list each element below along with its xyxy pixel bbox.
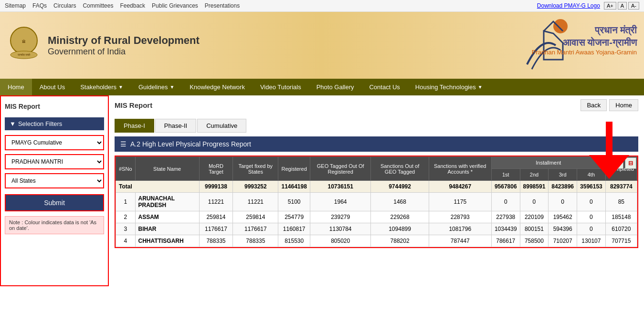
- row-4th: 0: [577, 223, 606, 235]
- font-normal-button[interactable]: A: [618, 2, 627, 10]
- state-filter-section: All States Arunachal Pradesh Assam Bihar…: [5, 173, 104, 188]
- home-button[interactable]: Home: [609, 99, 638, 111]
- col-2nd: 2nd: [520, 169, 549, 181]
- row-state: ARUNACHAL PRADESH: [135, 193, 199, 211]
- nav-home[interactable]: Home: [0, 79, 32, 95]
- row-geo: 1964: [310, 193, 371, 211]
- content-title: MIS Report: [115, 101, 152, 109]
- export-pdf-button[interactable]: ⊟: [625, 157, 636, 169]
- row-sno: 2: [116, 211, 136, 223]
- row-sanctions-geo: 1468: [371, 193, 429, 211]
- row-4th: 0: [577, 193, 606, 211]
- circulars-link[interactable]: Circulars: [53, 2, 76, 9]
- presentations-link[interactable]: Presentations: [205, 2, 240, 9]
- row-geo: 805020: [310, 235, 371, 247]
- committees-link[interactable]: Committees: [83, 2, 113, 9]
- col-state-name: State Name: [135, 157, 199, 181]
- row-completed: 85: [605, 193, 637, 211]
- nav-knowledge-network[interactable]: Knowledge Network: [182, 79, 253, 95]
- row-1st: 227938: [491, 211, 520, 223]
- row-sanctions-geo: 788202: [371, 235, 429, 247]
- data-table-container: ⊞ ⊟ #SNo State Name MoRD Target Target f…: [115, 156, 638, 248]
- tab-cumulative[interactable]: Cumulative: [197, 119, 246, 133]
- pdf-icon: ⊟: [628, 160, 633, 166]
- table-row: 3 BIHAR 1176617 1176617 1160817 1130784 …: [116, 223, 637, 235]
- state-select[interactable]: All States Arunachal Pradesh Assam Bihar…: [5, 173, 104, 188]
- table-row: 2 ASSAM 259814 259814 254779 239279 2292…: [116, 211, 637, 223]
- total-sanctions-geo: 9744992: [371, 181, 429, 193]
- housing-tech-arrow-icon: ▼: [478, 84, 483, 90]
- tab-phase-1[interactable]: Phase-I: [115, 119, 154, 133]
- scheme-select[interactable]: PMAYG Cumulative PMAYG Phase-I PMAYG Pha…: [5, 135, 104, 150]
- back-button[interactable]: Back: [581, 99, 607, 111]
- nav-stakeholders[interactable]: Stakeholders ▼: [73, 79, 131, 95]
- row-target: 11221: [233, 193, 278, 211]
- download-logo-link[interactable]: Download PMAY-G Logo: [537, 2, 600, 9]
- nav-about-us[interactable]: About Us: [32, 79, 73, 95]
- sitemap-link[interactable]: Sitemap: [5, 2, 26, 9]
- public-grievances-link[interactable]: Public Grievances: [152, 2, 198, 9]
- row-target: 788335: [233, 235, 278, 247]
- faqs-link[interactable]: FAQs: [32, 2, 47, 9]
- guidelines-arrow-icon: ▼: [169, 84, 174, 90]
- font-decrease-button[interactable]: A-: [628, 2, 639, 10]
- main-nav: Home About Us Stakeholders ▼ Guidelines …: [0, 79, 644, 95]
- pmay-english-text: Pradhan Mantri Awaas Yojana-Gramin: [532, 49, 637, 56]
- row-2nd: 0: [520, 193, 549, 211]
- col-sanctions-geo: Sanctions Out of GEO Tagged: [371, 157, 429, 181]
- row-completed: 610720: [605, 223, 637, 235]
- row-sno: 3: [116, 223, 136, 235]
- nav-video-tutorials[interactable]: Video Tutorials: [253, 79, 309, 95]
- row-sanctions-verified: 228793: [429, 211, 491, 223]
- nav-housing-technologies[interactable]: Housing Technologies ▼: [408, 79, 490, 95]
- row-completed: 707715: [605, 235, 637, 247]
- row-2nd: 220109: [520, 211, 549, 223]
- row-4th: 130107: [577, 235, 606, 247]
- filter-label: Selection Filters: [18, 120, 62, 127]
- row-registered: 815530: [278, 235, 310, 247]
- filter-icon: ▼: [10, 120, 16, 127]
- row-1st: 0: [491, 193, 520, 211]
- svg-text:🏛: 🏛: [22, 39, 26, 44]
- total-sanctions-verified: 9484267: [429, 181, 491, 193]
- row-2nd: 758500: [520, 235, 549, 247]
- report-select[interactable]: PRADHAN MANTRI Other Report: [5, 154, 104, 169]
- pmay-logo-area: प्रधान मंत्री आवास योजना-ग्रामीण Pradhan…: [503, 17, 637, 74]
- report-header: ☰ A.2 High Level Physical Progress Repor…: [115, 136, 638, 152]
- table-row: 1 ARUNACHAL PRADESH 11221 11221 5100 196…: [116, 193, 637, 211]
- row-state: BIHAR: [135, 223, 199, 235]
- row-sno: 4: [116, 235, 136, 247]
- nav-contact-us[interactable]: Contact Us: [361, 79, 407, 95]
- note-box: Note : Colour indicates data is not 'As …: [5, 216, 104, 234]
- font-increase-button[interactable]: A+: [604, 2, 616, 10]
- row-completed: 185148: [605, 211, 637, 223]
- tab-phase-2[interactable]: Phase-II: [155, 119, 196, 133]
- main-layout: MIS Report ▼ Selection Filters PMAYG Cum…: [0, 95, 644, 286]
- excel-icon: ⊞: [615, 160, 620, 166]
- col-sno: #SNo: [116, 157, 136, 181]
- col-4th: 4th: [577, 169, 606, 181]
- row-1st: 786617: [491, 235, 520, 247]
- export-excel-button[interactable]: ⊞: [612, 157, 623, 169]
- content-area: MIS Report Back Home Phase-I Phase-II Cu…: [109, 95, 644, 286]
- row-registered: 254779: [278, 211, 310, 223]
- col-sanctions-verified: Sanctions with verified Accounts *: [429, 157, 491, 181]
- feedback-link[interactable]: Feedback: [120, 2, 145, 9]
- nav-guidelines[interactable]: Guidelines ▼: [131, 79, 182, 95]
- pmay-scheme-text: प्रधान मंत्री आवास योजना-ग्रामीण Pradhan…: [532, 24, 637, 56]
- stakeholders-arrow-icon: ▼: [118, 84, 123, 90]
- nav-photo-gallery[interactable]: Photo Gallery: [309, 79, 362, 95]
- table-export-icons: ⊞ ⊟: [612, 157, 636, 169]
- total-1st: 9567806: [491, 181, 520, 193]
- report-filter-section: PRADHAN MANTRI Other Report: [5, 154, 104, 169]
- total-label: Total: [116, 181, 200, 193]
- row-4th: 0: [577, 211, 606, 223]
- submit-button[interactable]: Submit: [5, 194, 104, 211]
- row-sanctions-geo: 229268: [371, 211, 429, 223]
- scheme-filter-section: PMAYG Cumulative PMAYG Phase-I PMAYG Pha…: [5, 135, 104, 150]
- row-3rd: 0: [549, 193, 577, 211]
- row-3rd: 594396: [549, 223, 577, 235]
- header-left: 🏛 सत्यमेव जयते Ministry of Rural Develop…: [7, 26, 200, 64]
- row-3rd: 710207: [549, 235, 577, 247]
- content-header: MIS Report Back Home: [109, 95, 644, 115]
